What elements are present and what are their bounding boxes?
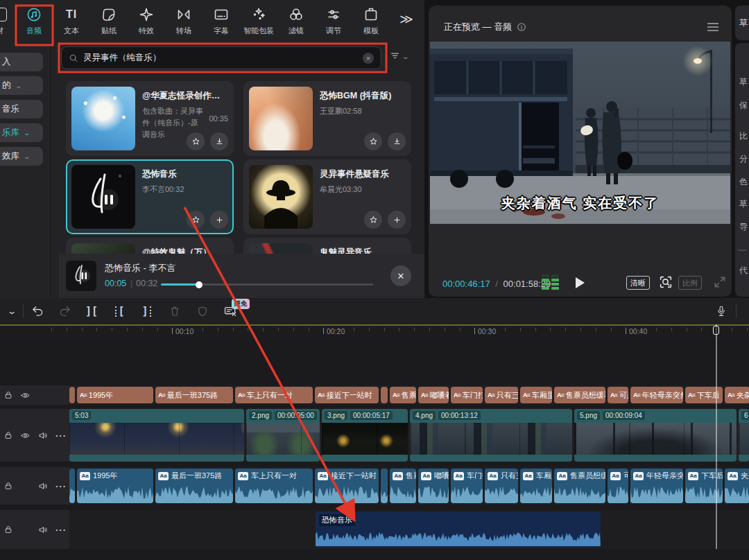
music-card-1[interactable]: 恐怖BGM (抖音版)王亚鹏02:58	[243, 81, 411, 156]
player-progress-bar[interactable]	[161, 283, 373, 286]
focus-zoom-icon[interactable]	[658, 274, 673, 290]
text-clip[interactable]: A≡接近下一站时	[315, 387, 379, 403]
player-close-button[interactable]: ✕	[390, 265, 411, 286]
plus-button[interactable]	[210, 211, 228, 229]
strip-item-4[interactable]: 色	[739, 176, 748, 188]
star-button[interactable]	[364, 211, 382, 229]
audio-clip[interactable]: Aa车厢里	[520, 469, 552, 503]
text-clip[interactable]: A≡下车后	[685, 387, 723, 403]
lock-icon[interactable]	[2, 389, 15, 401]
tab-smartpack[interactable]: 智能包装	[239, 5, 278, 41]
music-card-3[interactable]: 灵异事件悬疑音乐牟晨光03:30	[243, 159, 411, 234]
right-strip-header[interactable]: 草	[735, 6, 749, 40]
play-button[interactable]	[576, 277, 585, 288]
audio-clip[interactable]: Aa车门打	[451, 469, 483, 503]
sidebar-item-0[interactable]: 入	[0, 53, 43, 71]
video-clip[interactable]: 2.png00:00:05:00	[246, 409, 320, 462]
strip-item-5[interactable]: 草	[739, 198, 748, 210]
video-clip[interactable]: 3.png00:00:05:17	[322, 409, 408, 462]
video-clip[interactable]: 4.png00:00:13:12	[410, 409, 572, 462]
mask-icon[interactable]	[192, 301, 213, 321]
audio-clip[interactable]: Aa只有三	[485, 469, 518, 503]
download-button[interactable]	[210, 132, 228, 150]
text-clip[interactable]: A≡售票	[390, 387, 416, 403]
music-card-2[interactable]: 恐怖音乐李不言00:32	[66, 159, 234, 234]
tab-effects[interactable]: 特效	[127, 5, 166, 41]
tab-sticker[interactable]: 贴纸	[89, 5, 128, 41]
audio-clip[interactable]: Aa嘟囔着	[418, 469, 449, 503]
speaker-icon[interactable]	[37, 429, 49, 441]
tab-transition[interactable]: 转场	[164, 5, 203, 41]
eye-icon[interactable]	[19, 389, 31, 401]
audio-clip[interactable]: Aa1995年	[77, 469, 153, 503]
video-clip[interactable]: 5:03	[69, 409, 244, 462]
tab-filter[interactable]: 滤镜	[277, 5, 316, 41]
split-keep-left-icon[interactable]: ]	[137, 301, 157, 321]
undo-icon[interactable]	[28, 301, 49, 321]
audio-clip[interactable]	[69, 469, 75, 503]
strip-item-2[interactable]: 比	[739, 130, 748, 142]
text-clip[interactable]	[381, 387, 388, 403]
sidebar-item-2[interactable]: 音乐	[0, 100, 43, 119]
text-clip[interactable]: A≡只有三	[485, 387, 518, 403]
text-clip[interactable]: A≡1995年	[77, 387, 153, 403]
star-button[interactable]	[187, 211, 205, 229]
sidebar-item-4[interactable]: 效库⌄	[0, 147, 43, 166]
strip-item-0[interactable]: 草	[739, 76, 748, 88]
music-clip[interactable]: 恐怖音乐	[316, 511, 601, 548]
timeline-ruler[interactable]: 00:1000:2000:3000:40	[0, 324, 749, 340]
record-voiceover-icon[interactable]	[711, 301, 732, 321]
fullscreen-icon[interactable]	[713, 275, 727, 289]
plus-button[interactable]	[388, 211, 406, 229]
download-button[interactable]	[388, 132, 406, 150]
hamburger-menu-icon[interactable]	[707, 22, 719, 32]
lock-icon[interactable]	[2, 429, 15, 441]
text-clip[interactable]: A≡嘟囔着	[418, 387, 449, 403]
split-icon[interactable]: ][	[81, 301, 102, 321]
text-clip[interactable]: A≡车厢里	[520, 387, 552, 403]
text-clip[interactable]: A≡售票员想缓和	[554, 387, 605, 403]
lock-icon[interactable]	[2, 523, 15, 536]
sidebar-item-3[interactable]: 乐库⌄	[0, 123, 43, 142]
text-clip[interactable]: A≡年轻母亲突然	[630, 387, 683, 403]
strip-item-3[interactable]: 分	[739, 153, 748, 165]
star-button[interactable]	[187, 132, 205, 150]
more-options-icon[interactable]: ···	[55, 480, 67, 492]
audio-clip[interactable]: Aa接近下一站时	[315, 469, 379, 503]
timeline-collapse-icon[interactable]: ⌄	[1, 301, 22, 321]
text-clip[interactable]	[69, 387, 75, 403]
tab-template[interactable]: 模板	[352, 5, 390, 41]
strip-item-6[interactable]: 导	[739, 221, 748, 233]
speaker-icon[interactable]	[37, 523, 49, 536]
audio-clip[interactable]: Aa年轻母亲突然	[630, 469, 683, 503]
audio-clip[interactable]	[381, 469, 388, 503]
tab-text[interactable]: TI文本	[52, 5, 91, 41]
expand-toolbar-button[interactable]: ≫	[399, 11, 412, 27]
tab-audio[interactable]: 音频	[15, 5, 53, 41]
audio-clip[interactable]: Aa售票	[390, 469, 416, 503]
audio-clip[interactable]: Aa售票员想缓和	[554, 469, 605, 503]
text-clip[interactable]: A≡最后一班375路	[155, 387, 233, 403]
tab-media-partial[interactable]: 材	[0, 5, 10, 41]
quality-button[interactable]: 清晰	[626, 276, 650, 290]
audio-clip[interactable]: Aa可是	[608, 469, 628, 503]
video-clip[interactable]: 5.png00:00:09:04	[574, 409, 737, 462]
search-input[interactable]: 灵异事件（纯音乐） ×	[61, 46, 381, 69]
filter-button[interactable]: ⌄	[390, 51, 408, 62]
sidebar-item-1[interactable]: 的⌄	[0, 76, 43, 95]
text-clip[interactable]: A≡车门打	[451, 387, 483, 403]
audio-clip[interactable]: Aa夹杂着	[725, 469, 749, 503]
music-card-0[interactable]: @华夏志怪录创作的原声包含歌曲：灵异事件（纯音乐）-原调音乐00:35	[66, 81, 234, 156]
more-options-icon[interactable]: ···	[55, 429, 67, 441]
player-progress-knob[interactable]	[196, 281, 203, 288]
delete-icon[interactable]	[164, 301, 185, 321]
more-options-icon[interactable]: ···	[55, 523, 67, 536]
eye-icon[interactable]	[19, 429, 31, 441]
video-clip[interactable]: 6	[739, 409, 749, 462]
star-button[interactable]	[364, 132, 382, 150]
strip-item-1[interactable]: 保	[739, 100, 748, 112]
info-icon[interactable]	[517, 22, 526, 32]
speaker-icon[interactable]	[37, 480, 49, 492]
ratio-button[interactable]: 比例	[678, 276, 702, 290]
video-preview[interactable]: 夹杂着酒气 实在受不了	[430, 42, 730, 224]
